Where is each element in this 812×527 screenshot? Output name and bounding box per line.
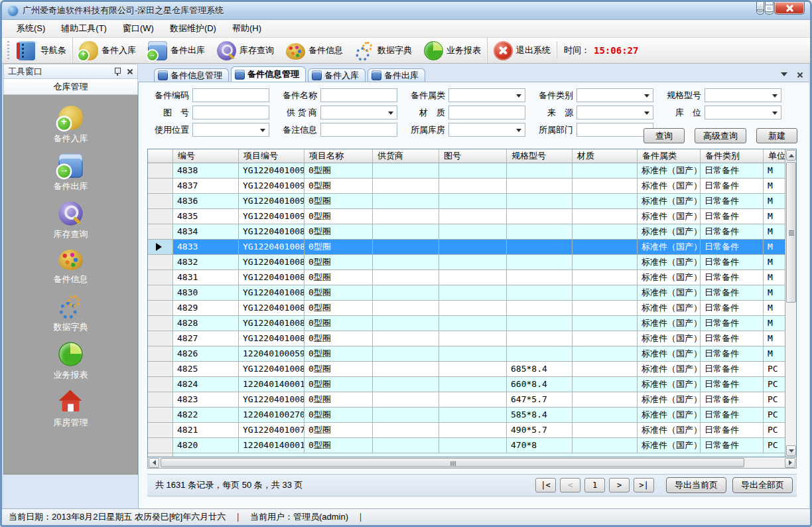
- column-header[interactable]: 供货商: [373, 149, 439, 163]
- export-all-pages-button[interactable]: 导出全部页: [732, 477, 793, 493]
- next-page-button[interactable]: >: [609, 478, 630, 492]
- toolbar-button[interactable]: 库存查询: [211, 38, 280, 63]
- table-row[interactable]: 4836 YG12204010091 0型圈 标准件（国产） 日常备件: [148, 194, 786, 209]
- export-current-page-button[interactable]: 导出当前页: [666, 477, 726, 493]
- table-row[interactable]: 4831 YG12204010086 0型圈 标准件（国产） 日常备件: [148, 270, 786, 285]
- column-header[interactable]: 项目名称: [304, 149, 373, 163]
- column-header[interactable]: 备件类别: [701, 149, 764, 163]
- search-field-input[interactable]: [320, 88, 397, 102]
- vertical-scroll-thumb[interactable]: [786, 162, 796, 303]
- table-row[interactable]: 4827 YG12204010082 0型圈 标准件（国产） 日常备件: [148, 331, 786, 346]
- search-field-input[interactable]: [192, 106, 269, 119]
- table-row[interactable]: 4835 YG12204010090 0型圈 标准件（国产） 日常备件: [148, 209, 786, 224]
- search-field-input[interactable]: [192, 123, 269, 137]
- new-button[interactable]: 新建: [756, 128, 797, 143]
- prev-page-button[interactable]: <: [560, 478, 580, 492]
- toolbar-button[interactable]: 导航条: [12, 38, 72, 63]
- search-field-input[interactable]: [576, 88, 653, 102]
- toolbar-grip[interactable]: [7, 41, 9, 60]
- toolbar-button[interactable]: 备件出库: [142, 38, 211, 63]
- close-icon[interactable]: [797, 72, 803, 78]
- tab[interactable]: 备件信息管理: [231, 66, 306, 82]
- toolbar-button[interactable]: 数据字典: [349, 38, 418, 63]
- sidebar-item[interactable]: 业务报表: [54, 342, 88, 381]
- query-button[interactable]: 查询: [643, 128, 685, 143]
- table-row[interactable]: 4824 1220401400012 0型圈 660*8.4 标准件（国产）: [148, 377, 786, 392]
- vertical-scrollbar[interactable]: [785, 149, 796, 457]
- table-row[interactable]: 4838 YG12204010093 0型圈 标准件（国产） 日常备件: [148, 163, 786, 179]
- column-header[interactable]: 备件属类: [638, 149, 701, 163]
- tab[interactable]: 备件入库: [308, 68, 366, 82]
- scroll-right-icon[interactable]: [785, 458, 795, 468]
- toolbar-button[interactable]: 备件入库: [72, 38, 142, 63]
- tab[interactable]: 备件信息管理: [154, 68, 229, 82]
- last-page-button[interactable]: >|: [634, 478, 654, 492]
- column-header[interactable]: 单位: [764, 149, 786, 163]
- toolbar-button[interactable]: 业务报表: [418, 38, 487, 63]
- search-field-input[interactable]: [705, 106, 781, 119]
- search-field-input[interactable]: [320, 123, 397, 137]
- search-field-input[interactable]: [576, 123, 653, 137]
- horizontal-scrollbar[interactable]: [147, 457, 797, 469]
- sidebar-item-label: 备件信息: [54, 273, 88, 285]
- column-header[interactable]: 材质: [573, 149, 638, 163]
- column-header[interactable]: 规格型号: [507, 149, 573, 163]
- search-field-input[interactable]: [448, 123, 525, 137]
- scroll-left-icon[interactable]: [149, 458, 159, 468]
- search-field-input[interactable]: [192, 88, 269, 102]
- sidebar-item[interactable]: 备件入库: [54, 106, 88, 145]
- cell-type: 日常备件: [701, 163, 764, 179]
- minimize-icon[interactable]: [756, 2, 764, 15]
- menu-item[interactable]: 帮助(H): [224, 21, 269, 37]
- search-field-input[interactable]: [705, 88, 781, 102]
- sidebar-item[interactable]: 备件信息: [54, 249, 88, 285]
- table-row[interactable]: 4830 YG12204010085 0型圈 标准件（国产） 日常备件: [148, 285, 786, 301]
- column-header[interactable]: 图号: [439, 149, 507, 163]
- scroll-down-icon[interactable]: [786, 445, 796, 456]
- sidebar-item[interactable]: 备件出库: [54, 153, 88, 192]
- table-row[interactable]: 4820 1220401400013 0型圈 470*8 标准件（国产）: [148, 438, 786, 453]
- cell-drawing-no: [439, 224, 507, 240]
- search-field-input[interactable]: [320, 106, 397, 119]
- sidebar-item[interactable]: 库房管理: [54, 390, 88, 429]
- pin-icon[interactable]: [114, 68, 120, 76]
- table-row[interactable]: 4825 YG12204010081 0型圈 685*8.4 标准件（国产）: [148, 362, 786, 377]
- search-field-input[interactable]: [448, 88, 525, 102]
- menu-item[interactable]: 窗口(W): [115, 21, 162, 37]
- scroll-up-icon[interactable]: [786, 150, 796, 161]
- cell-category: 标准件（国产）: [638, 224, 701, 240]
- tab[interactable]: 备件出库: [368, 68, 425, 82]
- table-row[interactable]: 4833 YG12204010088 0型圈 标准件（国产） 日常备件: [148, 240, 786, 255]
- table-row[interactable]: 4834 YG12204010089 0型圈 标准件（国产） 日常备件: [148, 224, 786, 240]
- column-header[interactable]: 编号: [173, 149, 239, 163]
- menu-item[interactable]: 系统(S): [9, 21, 53, 37]
- column-header[interactable]: 项目编号: [239, 149, 304, 163]
- table-row[interactable]: 4821 YG12204010079 0型圈 490*5.7 标准件（国产）: [148, 423, 786, 438]
- first-page-button[interactable]: |<: [535, 478, 556, 492]
- toolbar-button[interactable]: 备件信息: [280, 38, 349, 63]
- advanced-query-button[interactable]: 高级查询: [695, 128, 746, 143]
- page-number-box[interactable]: 1: [584, 478, 605, 492]
- table-row[interactable]: 4822 1220401002700 0型圈 585*8.4 标准件（国产）: [148, 408, 786, 423]
- menu-item[interactable]: 辅助工具(T): [53, 21, 115, 37]
- close-icon[interactable]: [127, 68, 133, 75]
- table-row[interactable]: 4832 YG12204010087 0型圈 标准件（国产） 日常备件: [148, 255, 786, 270]
- sidebar-item[interactable]: 库存查询: [54, 201, 88, 240]
- menu-item[interactable]: 数据维护(D): [162, 21, 224, 37]
- horizontal-scroll-thumb[interactable]: [161, 458, 744, 467]
- search-field-input[interactable]: [448, 106, 525, 119]
- chevron-down-icon[interactable]: [781, 72, 787, 80]
- table-row[interactable]: 4837 YG12204010092 0型圈 标准件（国产） 日常备件: [148, 179, 786, 194]
- table-row[interactable]: 4829 YG12204010084 0型圈 标准件（国产） 日常备件: [148, 301, 786, 316]
- close-icon[interactable]: [774, 2, 805, 15]
- table-row[interactable]: 4828 YG12204010083 0型圈 标准件（国产） 日常备件: [148, 316, 786, 331]
- cell-unit: M: [764, 194, 786, 209]
- maximize-icon[interactable]: [765, 2, 774, 15]
- cell-type: 日常备件: [701, 285, 764, 301]
- search-field-input[interactable]: [576, 106, 653, 119]
- sidebar-item[interactable]: 数据字典: [54, 294, 88, 333]
- toolbar-button[interactable]: 退出系统: [487, 38, 557, 63]
- sidebar-section-header[interactable]: 仓库管理: [3, 79, 138, 95]
- table-row[interactable]: 4823 YG12204010080 0型圈 647*5.7 标准件（国产）: [148, 392, 786, 408]
- table-row[interactable]: 4826 1220401000599 0型圈 标准件（国产） 日常备件: [148, 346, 786, 362]
